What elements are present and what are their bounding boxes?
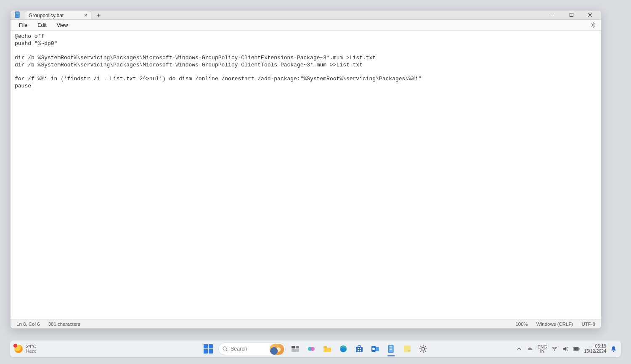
taskview-icon[interactable] [289,343,302,355]
wifi-icon[interactable] [551,346,558,352]
weather-desc: Haze [26,349,37,353]
svg-point-33 [554,350,555,351]
svg-rect-13 [292,349,299,352]
edge-icon[interactable] [337,343,350,355]
svg-rect-18 [356,347,363,352]
titlebar: Grouppolicy.bat ✕ ＋ [11,11,601,20]
start-button[interactable] [201,342,215,356]
menu-file[interactable]: File [14,21,32,29]
taskbar-clock[interactable]: 05:19 15/12/2024 [584,344,606,353]
status-lineend[interactable]: Windows (CRLF) [536,322,573,327]
volume-icon[interactable] [562,346,569,352]
menu-view[interactable]: View [52,21,73,29]
windows-logo-icon [204,344,213,353]
svg-rect-31 [404,346,411,352]
clock-date: 15/12/2024 [584,349,606,354]
svg-point-15 [310,347,315,351]
editor-textarea[interactable]: @echo off pushd "%~dp0" dir /b %SystemRo… [11,31,601,319]
svg-rect-19 [358,346,361,347]
close-tab-icon[interactable]: ✕ [83,13,88,18]
status-encoding[interactable]: UTF-8 [581,322,595,327]
editor-content: @echo off pushd "%~dp0" dir /b %SystemRo… [15,33,422,89]
taskbar-tray: ENG IN 05:19 15/12/2024 [516,344,617,353]
svg-line-10 [226,350,227,351]
taskbar: 24°C Haze Search ENG IN 0 [10,340,621,357]
svg-point-9 [223,347,226,350]
taskbar-center: Search [201,342,430,356]
menu-edit[interactable]: Edit [32,21,52,29]
svg-rect-21 [360,348,361,349]
svg-rect-3 [16,15,19,15]
lang-bottom: IN [540,349,545,353]
notepad-window: Grouppolicy.bat ✕ ＋ File Edit View @echo… [10,10,602,329]
minimize-button[interactable] [545,11,561,18]
tab-active[interactable]: Grouppolicy.bat ✕ [24,11,91,19]
menubar: File Edit View [11,20,601,31]
maximize-button[interactable] [563,11,579,18]
onedrive-icon[interactable] [527,346,533,352]
weather-icon [14,345,23,353]
taskbar-weather[interactable]: 24°C Haze [14,344,37,353]
svg-point-8 [592,24,594,26]
svg-rect-23 [360,350,361,351]
battery-icon[interactable] [573,346,580,352]
chevron-up-icon[interactable] [516,346,522,352]
microsoft-store-icon[interactable] [353,343,366,355]
status-zoom[interactable]: 100% [515,322,528,327]
file-explorer-icon[interactable] [321,343,334,355]
language-indicator[interactable]: ENG IN [538,345,547,353]
notepad-app-icon [14,11,21,18]
svg-rect-20 [358,348,359,349]
svg-rect-35 [574,348,578,350]
svg-rect-36 [579,348,580,350]
status-position: Ln 8, Col 6 [16,322,40,327]
status-chars: 381 characters [48,322,80,327]
tab-title: Grouppolicy.bat [29,13,64,18]
search-highlight-art [270,344,284,355]
notepad-taskbar-icon[interactable] [385,343,398,355]
svg-rect-2 [16,14,19,14]
sticky-notes-icon[interactable] [401,343,414,355]
outlook-icon[interactable] [369,343,382,355]
svg-rect-5 [570,13,573,16]
notifications-icon[interactable] [610,346,617,352]
search-icon [222,346,228,352]
svg-rect-1 [16,13,19,13]
settings-gear-icon[interactable] [589,21,598,30]
svg-point-32 [422,348,425,351]
new-tab-button[interactable]: ＋ [93,11,104,19]
settings-taskbar-icon[interactable] [417,343,430,355]
svg-point-37 [613,351,614,352]
taskbar-search[interactable]: Search [218,343,286,355]
svg-rect-27 [388,345,393,353]
text-cursor [31,83,31,89]
svg-rect-12 [296,346,299,348]
statusbar: Ln 8, Col 6 381 characters 100% Windows … [11,319,601,328]
copilot-icon[interactable] [305,343,318,355]
svg-point-25 [372,348,375,350]
close-window-button[interactable] [582,11,598,18]
window-controls [545,11,598,18]
svg-rect-11 [292,346,295,348]
svg-rect-16 [323,346,327,348]
search-placeholder: Search [231,346,247,352]
svg-rect-22 [358,350,359,351]
svg-rect-26 [376,347,379,351]
